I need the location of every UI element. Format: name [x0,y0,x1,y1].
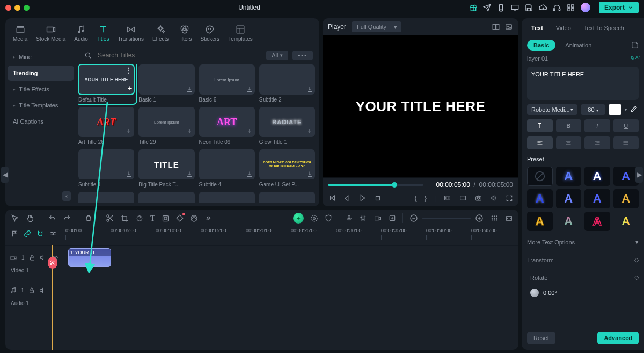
snapshot-icon[interactable] [504,23,513,31]
preset-item[interactable]: A [613,167,639,186]
stop-icon[interactable] [374,194,382,202]
playback-progress[interactable] [328,184,423,186]
split-icon[interactable] [106,214,114,222]
bold-button[interactable]: B [556,119,582,132]
shield-icon[interactable] [325,214,332,222]
link-icon[interactable] [23,229,32,239]
title-item[interactable]: Lorem Ipsum [78,192,134,203]
preset-item[interactable]: A [527,212,553,231]
marker-flag-icon[interactable] [10,229,19,239]
preset-none[interactable] [527,167,553,186]
collapse-left[interactable]: ◀ [1,167,9,183]
title-item[interactable] [259,192,315,203]
transform-section[interactable]: Transform◇ [527,253,639,266]
canvas-title-text[interactable]: YOUR TITLE HERE [356,98,486,115]
preset-item[interactable]: A [613,189,639,208]
collapse-right[interactable]: ▶ [635,167,643,183]
title-item[interactable]: ARTNeon Title 09 [199,107,255,145]
lock-icon[interactable] [29,254,35,261]
mark-in-icon[interactable]: { [415,194,417,202]
italic-button[interactable]: I [584,119,610,132]
zoom-in-icon[interactable] [475,214,484,222]
layout-icon[interactable] [459,194,467,201]
playhead-handle[interactable] [48,257,57,269]
redo-icon[interactable] [63,214,71,222]
mute-icon[interactable] [39,287,46,294]
preset-item[interactable]: A [584,212,610,231]
compare-icon[interactable] [492,23,500,31]
tab-templates[interactable]: Templates [225,21,256,46]
record-icon[interactable] [374,215,382,222]
ai-text-icon[interactable]: ✎ᴬᴵ [630,55,639,62]
preset-item[interactable]: A [556,167,582,186]
title-item[interactable]: INK TITLE [138,192,194,203]
title-item[interactable]: Subtitle 1 [78,149,134,188]
tab-filters[interactable]: Filters [174,21,195,46]
speed-icon[interactable] [135,214,144,222]
tab-stock-media[interactable]: Stock Media [33,21,69,46]
tab-transitions[interactable]: Transitions [114,21,147,46]
preset-item[interactable]: A [556,212,582,231]
tab-titles[interactable]: Titles [93,21,113,46]
title-clip[interactable]: TYOUR TIT... [69,249,111,266]
gift-icon[interactable] [469,3,478,12]
rotate-dial[interactable] [530,289,539,297]
fit-icon[interactable] [505,215,513,222]
underline-button[interactable]: U [613,119,639,132]
window-close[interactable] [5,5,11,11]
preview-canvas[interactable]: YOUR TITLE HERE [323,35,518,177]
hand-tool[interactable] [26,214,34,222]
undo-icon[interactable] [48,214,56,222]
cat-trending[interactable]: Trending [8,66,74,81]
title-item[interactable]: Lorem IpsumTitle 29 [138,107,194,145]
step-back-icon[interactable] [343,194,351,202]
phone-icon[interactable] [497,3,506,12]
save-preset-icon[interactable] [631,41,639,49]
fullscreen-icon[interactable] [506,194,513,202]
marker-icon[interactable] [389,214,396,222]
eyedropper-icon[interactable] [630,105,639,114]
title-item[interactable]: Basic 1 [138,64,194,103]
crop-icon[interactable] [121,214,129,222]
more-text-options[interactable]: More Text Options▾ [527,235,639,249]
delete-icon[interactable] [85,214,92,222]
inspector-tab-video[interactable]: Video [551,21,576,34]
reset-button[interactable]: Reset [527,332,555,344]
mark-out-icon[interactable]: } [425,194,427,202]
align-left-button[interactable] [527,136,553,149]
align-justify-button[interactable] [613,136,639,149]
font-size-input[interactable]: 80 ▾ [581,104,605,115]
vertical-text-button[interactable] [527,119,553,132]
filter-all[interactable]: All ▾ [266,51,288,60]
mute-icon[interactable] [40,254,47,261]
color-icon[interactable] [190,214,198,222]
title-item[interactable]: YOUR TITLE HERE [199,192,255,203]
advanced-button[interactable]: Advanced [597,332,639,344]
lock-icon[interactable] [28,287,35,294]
cat-ai-captions[interactable]: AI Captions [8,114,74,129]
volume-icon[interactable] [490,194,498,202]
more-tools-icon[interactable] [204,215,212,221]
preset-item[interactable]: A [584,189,610,208]
title-item[interactable]: ARTArt Title 26 [78,107,134,145]
window-minimize[interactable] [14,5,20,11]
save-icon[interactable] [525,3,533,12]
audio-tool-icon[interactable] [310,214,318,222]
auto-ripple-icon[interactable] [48,229,58,239]
side-collapse[interactable]: ‹ [62,191,71,201]
inspector-tab-text[interactable]: Text [526,21,548,34]
to-start-icon[interactable] [328,194,336,202]
font-color-swatch[interactable] [609,104,621,115]
ai-button[interactable]: ✦ [293,213,304,224]
mask-icon[interactable] [162,214,170,222]
monitor-icon[interactable] [511,3,519,12]
headset-icon[interactable] [553,3,561,12]
select-tool[interactable] [11,214,19,222]
send-icon[interactable] [483,3,492,12]
apps-icon[interactable] [567,3,575,12]
mic-icon[interactable] [346,214,353,222]
preset-item[interactable]: A [584,167,610,186]
title-item[interactable]: Lorem IpsumBasic 6 [199,64,255,103]
quality-select[interactable]: Full Quality [352,21,401,32]
subtab-basic[interactable]: Basic [527,40,555,51]
